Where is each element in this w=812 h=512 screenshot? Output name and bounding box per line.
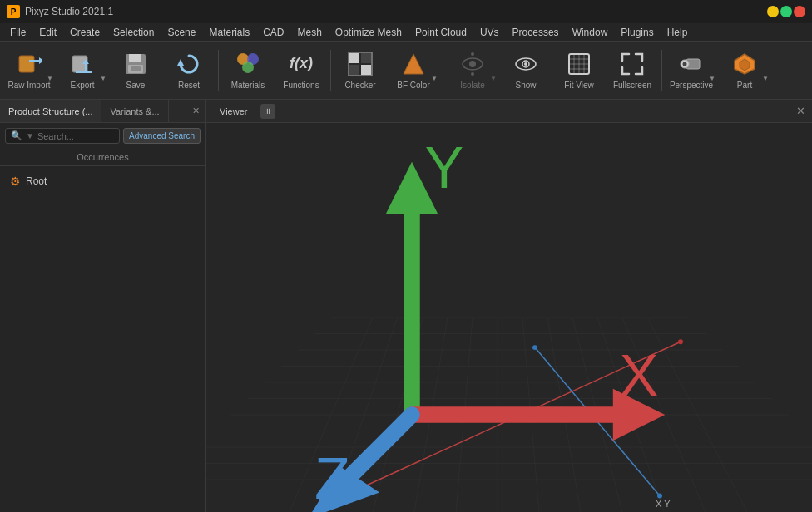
perspective-icon xyxy=(678,51,705,77)
svg-rect-17 xyxy=(349,65,359,75)
raw-import-icon xyxy=(16,51,42,77)
svg-rect-18 xyxy=(361,65,371,75)
search-input-wrap: 🔍 ▼ xyxy=(5,128,120,144)
occurrences-label: Occurrences xyxy=(0,149,205,166)
save-icon xyxy=(122,51,149,77)
show-label: Show xyxy=(515,81,536,91)
part-arrow: ▼ xyxy=(762,75,769,82)
bf-color-button[interactable]: BF Color ▼ xyxy=(388,44,439,97)
menu-mesh[interactable]: Mesh xyxy=(291,25,329,40)
left-panel: Product Structure (... Variants &... ✕ 🔍… xyxy=(0,100,206,512)
svg-rect-15 xyxy=(349,53,359,63)
functions-label: Functions xyxy=(283,81,319,91)
isolate-arrow: ▼ xyxy=(490,75,497,82)
menu-selection[interactable]: Selection xyxy=(106,25,161,40)
toolbar-sep-3 xyxy=(443,50,443,91)
svg-text:X: X xyxy=(620,342,659,408)
svg-point-28 xyxy=(524,62,527,66)
menu-uvs[interactable]: UVs xyxy=(473,25,506,40)
svg-point-25 xyxy=(471,72,474,76)
raw-import-button[interactable]: Raw Import ▼ xyxy=(3,44,55,97)
fit-view-label: Fit View xyxy=(564,81,593,91)
materials-button[interactable]: Materials xyxy=(222,44,274,97)
menu-window[interactable]: Window xyxy=(566,25,615,40)
part-icon xyxy=(731,51,758,77)
close-btn[interactable] xyxy=(794,6,805,17)
search-input[interactable] xyxy=(37,131,114,141)
perspective-button[interactable]: Perspective ▼ xyxy=(666,44,717,97)
export-label: Export xyxy=(71,81,95,91)
menu-materials[interactable]: Materials xyxy=(202,25,256,40)
tree-area: ⚙ Root xyxy=(0,166,205,512)
viewport[interactable]: X Y Y X Z xyxy=(206,123,812,512)
menu-edit[interactable]: Edit xyxy=(32,25,63,40)
menu-create[interactable]: Create xyxy=(63,25,106,40)
tab-product-structure[interactable]: Product Structure (... xyxy=(0,100,102,122)
app-title: Pixyz Studio 2021.1 xyxy=(25,6,113,17)
fit-view-icon xyxy=(566,51,592,77)
reset-icon xyxy=(176,51,202,77)
reset-label: Reset xyxy=(178,81,200,91)
export-button[interactable]: Export ▼ xyxy=(57,44,108,97)
svg-marker-20 xyxy=(404,54,423,74)
menu-plugins[interactable]: Plugins xyxy=(614,25,660,40)
menu-scene[interactable]: Scene xyxy=(161,25,202,40)
menu-point-cloud[interactable]: Point Cloud xyxy=(408,25,473,40)
fit-view-button[interactable]: Fit View xyxy=(553,44,605,97)
save-button[interactable]: Save xyxy=(110,44,161,97)
isolate-button[interactable]: Isolate ▼ xyxy=(447,44,498,97)
search-filter-icon[interactable]: ▼ xyxy=(26,131,34,140)
materials-label: Materials xyxy=(231,81,265,91)
fullscreen-label: Fullscreen xyxy=(613,81,651,91)
menu-file[interactable]: File xyxy=(3,25,32,40)
svg-marker-2 xyxy=(39,57,42,64)
viewer-area: Viewer ⏸ ✕ Part Occurrences 0 Triangles … xyxy=(206,100,812,512)
isolate-icon xyxy=(459,51,486,77)
app-icon: P xyxy=(7,5,20,18)
minimize-btn[interactable] xyxy=(767,6,779,17)
svg-rect-0 xyxy=(19,56,34,72)
checker-button[interactable]: Checker xyxy=(334,44,386,97)
functions-button[interactable]: f(x) Functions xyxy=(275,44,327,97)
svg-rect-8 xyxy=(129,54,141,62)
checker-icon xyxy=(347,51,374,77)
bf-color-icon xyxy=(400,51,427,77)
svg-text:Y: Y xyxy=(425,135,464,200)
export-icon xyxy=(69,51,96,77)
menu-processes[interactable]: Processes xyxy=(506,25,566,40)
tab-variants[interactable]: Variants &... xyxy=(102,100,168,122)
raw-import-label: Raw Import xyxy=(7,81,50,91)
root-label: Root xyxy=(26,175,47,187)
export-arrow: ▼ xyxy=(100,75,106,82)
panel-close-btn[interactable]: ✕ xyxy=(189,105,202,118)
svg-marker-11 xyxy=(177,59,184,66)
part-button[interactable]: Part ▼ xyxy=(719,44,770,97)
show-button[interactable]: Show xyxy=(500,44,552,97)
svg-text:Z: Z xyxy=(314,446,350,511)
title-bar: P Pixyz Studio 2021.1 xyxy=(0,0,812,23)
svg-rect-10 xyxy=(131,66,141,71)
maximize-btn[interactable] xyxy=(780,6,792,17)
functions-icon: f(x) xyxy=(288,51,314,77)
checker-label: Checker xyxy=(344,81,375,91)
svg-point-14 xyxy=(242,62,254,73)
menu-optimize-mesh[interactable]: Optimize Mesh xyxy=(329,25,408,40)
raw-import-arrow: ▼ xyxy=(47,75,53,82)
bf-color-label: BF Color xyxy=(397,81,429,91)
advanced-search-button[interactable]: Advanced Search xyxy=(123,128,201,144)
reset-button[interactable]: Reset xyxy=(163,44,215,97)
menu-cad[interactable]: CAD xyxy=(256,25,290,40)
viewer-tab[interactable]: Viewer xyxy=(213,105,254,118)
fullscreen-button[interactable]: Fullscreen xyxy=(607,44,658,97)
fullscreen-icon xyxy=(619,51,646,77)
viewer-pause-btn[interactable]: ⏸ xyxy=(260,104,275,119)
menu-help[interactable]: Help xyxy=(661,25,695,40)
tree-item-root[interactable]: ⚙ Root xyxy=(5,171,201,191)
save-label: Save xyxy=(126,81,146,91)
viewer-close-btn[interactable]: ✕ xyxy=(796,105,805,117)
svg-point-23 xyxy=(469,61,476,67)
part-label: Part xyxy=(737,81,752,91)
search-icon: 🔍 xyxy=(11,130,22,141)
toolbar-sep-4 xyxy=(661,50,662,91)
svg-point-24 xyxy=(471,52,474,56)
